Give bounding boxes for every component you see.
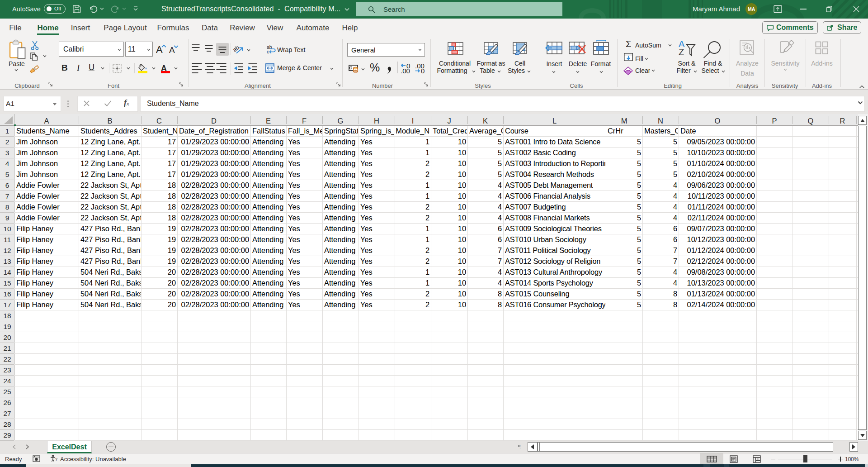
svg-text:.00: .00	[401, 67, 410, 75]
svg-text:Z: Z	[679, 47, 684, 57]
svg-text:ab: ab	[231, 44, 241, 53]
svg-text:0: 0	[421, 67, 425, 75]
svg-text:?: ?	[55, 457, 57, 462]
svg-text:c: c	[267, 49, 269, 54]
